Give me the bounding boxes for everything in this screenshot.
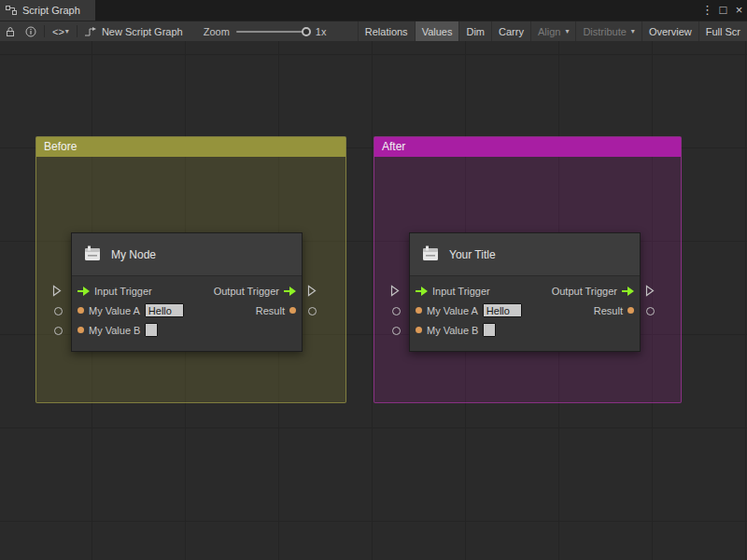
trigger-connector-icon[interactable] <box>307 285 317 297</box>
zoom-value: 1x <box>316 26 327 37</box>
group-label: Before <box>44 140 77 153</box>
trigger-in-icon <box>78 287 90 296</box>
window-controls: ⋮ □ × <box>699 0 747 21</box>
chevron-down-icon: ▾ <box>631 27 635 35</box>
zoom-slider[interactable] <box>236 31 309 33</box>
chevron-down-icon: ▾ <box>65 27 69 35</box>
toolbar-separator <box>44 25 45 37</box>
graph-name-label: New Script Graph <box>102 26 183 37</box>
lock-icon[interactable] <box>0 21 21 42</box>
trigger-connector-icon[interactable] <box>390 285 400 297</box>
value-a-field[interactable] <box>483 303 522 317</box>
value-connector-icon[interactable] <box>392 307 401 315</box>
dim-button[interactable]: Dim <box>458 21 491 42</box>
value-a-port[interactable]: My Value A <box>416 303 522 317</box>
zoom-label: Zoom <box>204 26 230 37</box>
unit-icon <box>420 245 441 265</box>
result-port[interactable]: Result <box>594 305 634 316</box>
trigger-out-icon <box>284 287 296 296</box>
node-title: My Node <box>111 248 156 261</box>
chevron-down-icon: ▾ <box>565 27 569 35</box>
group-after-header[interactable]: After <box>374 137 681 157</box>
trigger-connector-icon[interactable] <box>52 285 62 297</box>
value-port-icon <box>78 327 84 333</box>
value-port-icon <box>416 307 422 314</box>
node-header[interactable]: Your Title <box>410 233 640 276</box>
value-connector-icon[interactable] <box>646 307 655 315</box>
node-body: Input Trigger Output Trigger My Value A <box>72 276 302 351</box>
value-b-port[interactable]: My Value B <box>416 323 496 337</box>
node-title: Your Title <box>449 248 496 261</box>
tab-title: Script Graph <box>22 5 80 16</box>
toolbar-buttons: Relations Values Dim Carry Align▾ Distri… <box>358 21 747 42</box>
value-connector-icon[interactable] <box>392 327 401 335</box>
group-label: After <box>382 140 405 153</box>
group-before: Before My Node <box>35 136 346 403</box>
graph-canvas[interactable]: Before My Node <box>0 41 747 560</box>
window-titlebar: Script Graph ⋮ □ × <box>0 0 747 21</box>
trigger-in-icon <box>416 287 428 296</box>
value-connector-icon[interactable] <box>54 307 63 315</box>
value-port-icon <box>627 307 634 314</box>
trigger-connector-icon[interactable] <box>645 285 655 297</box>
toolbar-separator <box>77 25 78 37</box>
node-body: Input Trigger Output Trigger My Value A <box>410 276 640 351</box>
tab-script-graph[interactable]: Script Graph <box>0 0 95 21</box>
value-a-field[interactable] <box>145 303 184 317</box>
unit-icon <box>82 245 103 265</box>
node-your-title[interactable]: Your Title Input Trigger Output Trigger <box>409 232 641 352</box>
result-port[interactable]: Result <box>256 305 296 316</box>
value-connector-icon[interactable] <box>308 307 317 315</box>
value-connector-icon[interactable] <box>54 327 63 335</box>
value-port-icon <box>416 327 422 333</box>
value-port-icon <box>78 307 84 314</box>
value-a-port[interactable]: My Value A <box>78 303 184 317</box>
value-b-field[interactable] <box>145 323 158 337</box>
align-button: Align▾ <box>530 21 575 42</box>
node-header[interactable]: My Node <box>72 233 302 276</box>
close-icon[interactable]: × <box>731 0 747 21</box>
info-icon[interactable] <box>21 21 41 42</box>
input-trigger-port[interactable]: Input Trigger <box>78 286 152 297</box>
overview-button[interactable]: Overview <box>641 21 698 42</box>
graph-icon <box>6 5 17 16</box>
relations-button[interactable]: Relations <box>358 21 415 42</box>
value-b-port[interactable]: My Value B <box>78 323 158 337</box>
script-graph-icon <box>84 26 97 37</box>
node-my-node[interactable]: My Node Input Trigger Output Trigger <box>71 232 303 352</box>
fullscreen-button[interactable]: Full Scr <box>698 21 747 42</box>
distribute-button: Distribute▾ <box>575 21 641 42</box>
maximize-icon[interactable]: □ <box>715 0 731 21</box>
value-b-field[interactable] <box>483 323 496 337</box>
window-menu-icon[interactable]: ⋮ <box>699 0 715 21</box>
values-button[interactable]: Values <box>415 21 459 42</box>
trigger-out-icon <box>622 287 634 296</box>
input-trigger-port[interactable]: Input Trigger <box>416 286 490 297</box>
value-port-icon <box>289 307 296 314</box>
group-after: After Your Title <box>374 136 682 403</box>
zoom-slider-thumb[interactable] <box>302 27 311 36</box>
output-trigger-port[interactable]: Output Trigger <box>214 286 296 297</box>
graph-toolbar: <>▾ New Script Graph Zoom 1x Relations V… <box>0 21 747 41</box>
carry-button[interactable]: Carry <box>491 21 530 42</box>
graph-breadcrumb[interactable]: New Script Graph <box>80 26 190 37</box>
output-trigger-port[interactable]: Output Trigger <box>552 286 634 297</box>
group-before-header[interactable]: Before <box>36 137 345 157</box>
code-icon[interactable]: <>▾ <box>48 21 74 42</box>
